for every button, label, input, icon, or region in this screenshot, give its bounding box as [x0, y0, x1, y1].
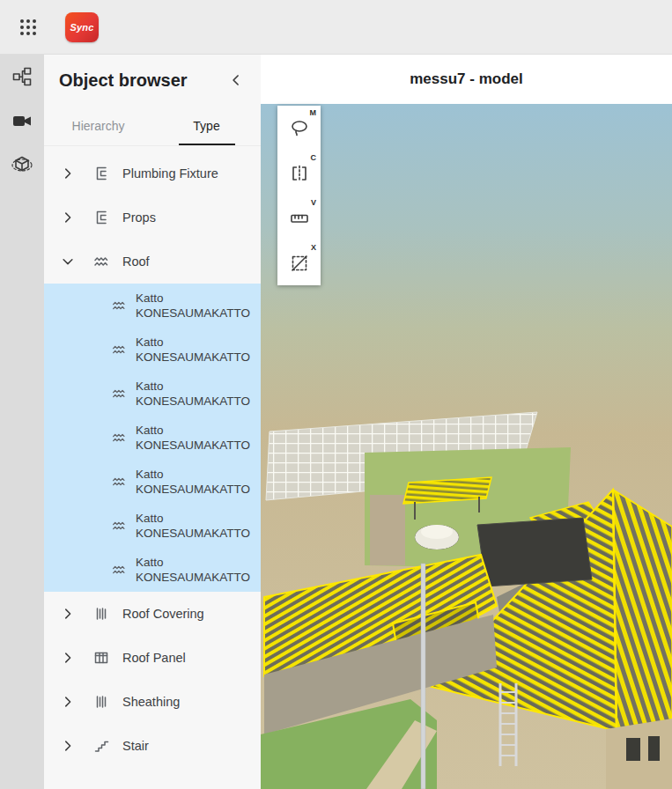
app-launcher-button[interactable]: [11, 10, 46, 45]
chevron-right-icon[interactable]: [56, 602, 79, 625]
orbit-cube-icon: [11, 154, 33, 175]
tab-hierarchy[interactable]: Hierarchy: [44, 106, 152, 145]
tree-row-label: KattoKONESAUMAKATTO: [136, 423, 250, 453]
tree-row-roof-panel[interactable]: Roof Panel: [44, 636, 261, 680]
chevron-left-icon: [227, 71, 245, 89]
clip-plane-icon: [289, 163, 310, 184]
props-icon: [92, 209, 110, 226]
model-tree-icon: [11, 66, 33, 87]
tree-row-label: KattoKONESAUMAKATTO: [136, 467, 250, 498]
top-bar: Sync: [0, 0, 672, 55]
chevron-right-icon[interactable]: [56, 734, 79, 757]
plumbing-fixture-icon: [92, 165, 110, 182]
tree-row-label: Sheathing: [122, 695, 180, 709]
tree-row-roof-covering[interactable]: Roof Covering: [44, 592, 261, 636]
tree-row-katto-2[interactable]: KattoKONESAUMAKATTO: [44, 328, 261, 372]
stair-icon: [92, 737, 110, 755]
model-title-bar: messu7 - model: [261, 55, 672, 104]
tab-type[interactable]: Type: [152, 106, 261, 145]
light-pole[interactable]: [421, 564, 425, 789]
tree-row-sheathing[interactable]: Sheathing: [44, 680, 261, 724]
tree-row-label: Plumbing Fixture: [122, 166, 218, 181]
camera-icon: [11, 110, 33, 131]
grid-menu-icon: [18, 17, 39, 38]
roof-object-icon: [111, 474, 127, 490]
views-rail-button[interactable]: [0, 99, 44, 143]
window: [626, 738, 640, 761]
ruler-icon: [289, 208, 310, 229]
markup-tool-button[interactable]: M: [277, 106, 321, 151]
roof-object-icon: [111, 562, 127, 578]
object-browser-panel: Object browser Hierarchy Type Plumbing F…: [44, 55, 261, 789]
roof-covering-icon: [92, 605, 110, 623]
tree-row-label: KattoKONESAUMAKATTO: [136, 379, 250, 409]
tree-row-plumbing-fixture[interactable]: Plumbing Fixture: [44, 151, 261, 195]
chevron-down-icon[interactable]: [56, 250, 79, 273]
sync-logo-text: Sync: [70, 22, 93, 33]
tree-row-props[interactable]: Props: [44, 195, 261, 240]
chevron-right-icon[interactable]: [56, 162, 79, 185]
roof-panel-icon: [92, 649, 110, 667]
sync-logo: Sync: [65, 12, 99, 42]
roof-object-icon: [111, 386, 127, 402]
type-tree: Plumbing Fixture Props: [44, 146, 261, 768]
chevron-right-icon[interactable]: [56, 690, 79, 713]
tree-row-katto-5[interactable]: KattoKONESAUMAKATTO: [44, 460, 261, 504]
roof-object-icon: [111, 342, 127, 358]
tree-row-label: KattoKONESAUMAKATTO: [136, 335, 250, 365]
sheathing-icon: [92, 693, 110, 711]
tree-row-katto-1[interactable]: KattoKONESAUMAKATTO: [44, 284, 261, 328]
tree-row-label: Stair: [122, 739, 149, 753]
model-3d-scene[interactable]: [261, 104, 672, 789]
browser-tabs: Hierarchy Type: [44, 106, 261, 146]
tree-row-label: KattoKONESAUMAKATTO: [136, 291, 250, 321]
roof-object-icon: [111, 298, 127, 313]
deselect-icon: [289, 253, 310, 274]
measure-tool-button[interactable]: V: [277, 195, 321, 240]
tool-shortcut-label: V: [311, 198, 316, 207]
roof-object-icon: [111, 430, 127, 446]
tree-row-label: KattoKONESAUMAKATTO: [136, 555, 250, 586]
left-tool-rail: [0, 55, 44, 789]
tool-shortcut-label: C: [311, 153, 317, 162]
deselect-tool-button[interactable]: X: [277, 240, 321, 285]
tree-row-label: Roof Covering: [122, 607, 204, 621]
clip-tool-button[interactable]: C: [277, 151, 321, 195]
tool-shortcut-label: M: [310, 108, 317, 117]
tree-row-roof[interactable]: Roof: [44, 240, 261, 284]
object-browser-rail-button[interactable]: [0, 55, 44, 99]
tree-row-katto-6[interactable]: KattoKONESAUMAKATTO: [44, 504, 261, 548]
lasso-icon: [289, 118, 310, 139]
roof-object-icon: [111, 518, 127, 534]
viewport-toolbar: M C V X: [277, 106, 321, 285]
tool-shortcut-label: X: [311, 243, 316, 252]
object-browser-header: Object browser: [44, 55, 261, 106]
tree-row-label: Props: [122, 210, 156, 225]
model-title: messu7 - model: [410, 70, 523, 88]
chevron-right-icon[interactable]: [56, 206, 79, 229]
dark-flat-roof[interactable]: [477, 518, 592, 586]
orbit-view-rail-button[interactable]: [0, 143, 44, 187]
tree-row-stair[interactable]: Stair: [44, 724, 261, 768]
tree-row-katto-4[interactable]: KattoKONESAUMAKATTO: [44, 416, 261, 460]
small-building-wall[interactable]: [370, 495, 405, 565]
model-viewport[interactable]: M C V X: [261, 104, 672, 789]
tree-row-label: KattoKONESAUMAKATTO: [136, 511, 250, 542]
chevron-right-icon[interactable]: [56, 646, 79, 669]
tree-row-katto-3[interactable]: KattoKONESAUMAKATTO: [44, 372, 261, 416]
tree-row-label: Roof: [122, 254, 150, 269]
tree-row-label: Roof Panel: [122, 651, 186, 665]
roof-icon: [92, 253, 110, 270]
panel-title: Object browser: [59, 70, 188, 91]
window: [648, 736, 660, 761]
tree-row-katto-7[interactable]: KattoKONESAUMAKATTO: [44, 548, 261, 592]
collapse-panel-button[interactable]: [224, 68, 248, 92]
